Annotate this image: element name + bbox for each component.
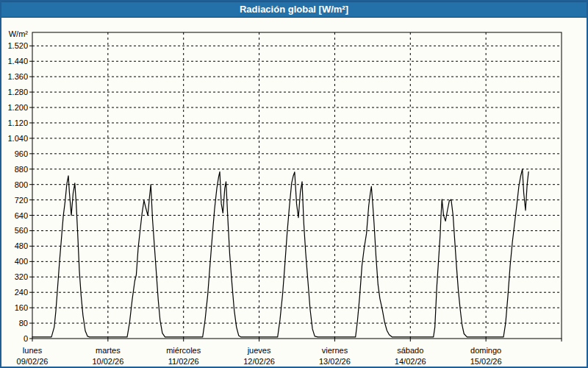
- x-axis-date-label: 11/02/26: [168, 357, 199, 366]
- y-axis-tick-label: 720: [15, 196, 28, 205]
- x-axis-day-label: jueves: [247, 346, 271, 355]
- y-axis-tick-label: 1.360: [7, 72, 28, 81]
- y-axis-tick-label: 160: [15, 303, 28, 312]
- x-axis-day-label: miércoles: [166, 346, 201, 355]
- window-titlebar: Radiación global [W/m²]: [1, 1, 587, 18]
- y-axis-tick-label: 1.520: [7, 41, 28, 50]
- y-axis-tick-label: 400: [15, 257, 28, 266]
- y-axis-tick-label: 320: [15, 272, 28, 281]
- x-axis-date-label: 13/02/26: [319, 357, 351, 366]
- y-axis-tick-label: 480: [15, 241, 28, 250]
- y-axis-tick-label: 960: [15, 149, 28, 158]
- y-axis-tick-label: 0: [24, 334, 28, 343]
- x-axis-day-label: sábado: [397, 346, 423, 355]
- y-axis-tick-label: 1.280: [7, 88, 28, 96]
- chart-window: Radiación global [W/m²] 0801602403204004…: [0, 0, 588, 368]
- x-axis-day-label: domingo: [470, 346, 501, 355]
- window-title: Radiación global [W/m²]: [240, 4, 348, 15]
- x-axis-day-label: lunes: [23, 346, 43, 355]
- x-axis-date-label: 15/02/26: [470, 357, 502, 366]
- x-axis-date-label: 14/02/26: [395, 357, 426, 366]
- x-axis-date-label: 10/02/26: [92, 357, 123, 366]
- y-axis-tick-label: 1.440: [7, 57, 28, 66]
- y-axis-tick-label: 1.040: [7, 134, 28, 143]
- radiation-chart: 0801602403204004805606407208008809601.04…: [1, 18, 588, 368]
- y-axis-unit-label: W/m²: [9, 29, 29, 38]
- y-axis-tick-label: 240: [15, 288, 28, 297]
- y-axis-tick-label: 800: [15, 180, 28, 189]
- y-axis-tick-label: 1.200: [7, 103, 28, 112]
- y-axis-tick-label: 640: [15, 211, 28, 220]
- y-axis-tick-label: 1.120: [7, 118, 28, 127]
- y-axis-tick-label: 560: [15, 226, 28, 235]
- x-axis-date-label: 09/02/26: [17, 357, 49, 366]
- radiation-line: [32, 169, 528, 337]
- x-axis-day-label: viernes: [322, 346, 348, 355]
- x-axis-day-label: martes: [96, 346, 121, 355]
- y-axis-tick-label: 80: [19, 319, 28, 328]
- y-axis-tick-label: 880: [15, 165, 28, 174]
- x-axis-date-label: 12/02/26: [243, 357, 275, 366]
